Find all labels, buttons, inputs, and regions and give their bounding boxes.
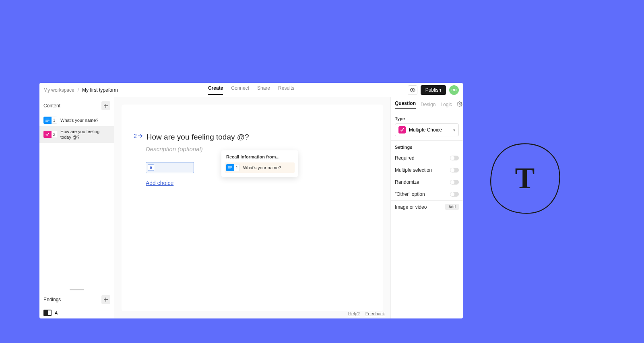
ending-item[interactable]: A (39, 307, 114, 318)
right-tab-design[interactable]: Design (421, 102, 436, 107)
recall-num: 1 (234, 164, 240, 171)
right-tabs: Question Design Logic (391, 97, 463, 112)
eye-icon (410, 87, 415, 93)
plus-icon (104, 298, 108, 302)
topbar: My workspace / My first typeform Create … (39, 83, 463, 97)
main-row: Content 1 What's your name? (39, 97, 463, 318)
ending-icon (43, 310, 52, 316)
settings-gear-button[interactable] (457, 101, 462, 108)
recall-text: What's your name? (243, 165, 281, 170)
gear-icon (457, 101, 462, 107)
question-badge: 1 (43, 117, 57, 124)
breadcrumb-workspace[interactable]: My workspace (43, 87, 74, 93)
question-badge: 2 (43, 131, 57, 138)
question-num: 2 (52, 131, 57, 138)
right-tab-question[interactable]: Question (395, 101, 416, 109)
logo-letter: T (515, 162, 535, 195)
question-list: 1 What's your name? 2 How are you feelin… (39, 114, 114, 143)
footer-links: Help? Feedback (348, 311, 385, 316)
arrow-right-icon (138, 134, 142, 138)
plus-icon (104, 104, 108, 108)
canvas: 2 How are you feeling today @? Descripti… (114, 97, 390, 318)
text-icon (228, 166, 233, 170)
breadcrumb: My workspace / My first typeform (43, 87, 118, 93)
tab-share[interactable]: Share (257, 85, 270, 95)
preview-button[interactable] (408, 85, 417, 95)
setting-required: Required (391, 152, 463, 164)
multiple-choice-icon (398, 126, 406, 134)
question-number-value: 2 (134, 133, 137, 139)
media-label: Image or video (395, 204, 427, 210)
question-text: How are you feeling today @? (60, 129, 110, 140)
type-value: Multiple Choice (409, 127, 442, 133)
setting-label-required: Required (395, 155, 415, 161)
recall-item[interactable]: 1 What's your name? (225, 162, 295, 173)
setting-label-randomize: Randomize (395, 179, 419, 185)
endings-title: Endings (43, 297, 61, 302)
check-icon (400, 128, 404, 132)
help-link[interactable]: Help? (348, 311, 360, 316)
question-number: 2 (134, 133, 142, 139)
settings-label: Settings (395, 145, 459, 150)
top-tabs: Create Connect Share Results (208, 85, 294, 95)
sidebar-right: Question Design Logic Type Multiple Choi… (390, 97, 463, 318)
setting-label-other: "Other" option (395, 191, 425, 197)
add-ending-button[interactable] (101, 295, 110, 304)
chevron-down-icon: ▾ (453, 128, 455, 132)
sidebar-question-1[interactable]: 1 What's your name? (39, 114, 114, 126)
setting-label-multiple: Multiple selection (395, 167, 432, 173)
setting-randomize: Randomize (391, 176, 463, 188)
recall-popup: Recall information from... 1 What's your… (221, 150, 298, 177)
question-text: What's your name? (60, 117, 98, 123)
add-choice-link[interactable]: Add choice (146, 180, 371, 186)
recall-popup-title: Recall information from... (225, 154, 295, 159)
endings-header: Endings (39, 292, 114, 307)
content-title: Content (43, 103, 60, 109)
content-header: Content (39, 97, 114, 114)
question-card: 2 How are you feeling today @? Descripti… (122, 105, 383, 311)
type-label: Type (395, 116, 459, 121)
choice-letter: A (148, 164, 154, 171)
feedback-link[interactable]: Feedback (365, 311, 385, 316)
add-content-button[interactable] (101, 101, 110, 110)
sidebar-question-2[interactable]: 2 How are you feeling today @? (39, 126, 114, 143)
avatar[interactable]: RH (449, 85, 459, 95)
right-tab-logic[interactable]: Logic (440, 102, 452, 107)
toggle-randomize[interactable] (450, 180, 459, 185)
tab-create[interactable]: Create (208, 85, 223, 95)
toggle-multiple[interactable] (450, 168, 459, 173)
add-media-button[interactable]: Add (445, 204, 459, 210)
check-icon (45, 132, 50, 136)
setting-other: "Other" option (391, 188, 463, 200)
ending-label: A (55, 310, 58, 315)
setting-multiple: Multiple selection (391, 164, 463, 176)
svg-point-1 (459, 103, 460, 105)
breadcrumb-separator: / (78, 87, 79, 93)
toggle-other[interactable] (450, 192, 459, 197)
publish-button[interactable]: Publish (421, 85, 446, 95)
svg-point-0 (412, 89, 413, 91)
drag-handle[interactable] (70, 289, 84, 290)
topbar-right: Publish RH (408, 85, 459, 95)
setting-media: Image or video Add (391, 201, 463, 213)
breadcrumb-current[interactable]: My first typeform (82, 87, 118, 93)
question-title[interactable]: How are you feeling today @? (147, 133, 249, 142)
text-icon (45, 118, 50, 122)
recall-badge: 1 (226, 164, 240, 171)
typeform-logo: T (487, 141, 563, 216)
sidebar-left: Content 1 What's your name? (39, 97, 114, 318)
toggle-required[interactable] (450, 156, 459, 160)
type-select[interactable]: Multiple Choice ▾ (395, 123, 459, 136)
tab-connect[interactable]: Connect (231, 85, 249, 95)
app-window: My workspace / My first typeform Create … (39, 83, 463, 318)
question-num: 1 (52, 117, 57, 124)
tab-results[interactable]: Results (278, 85, 294, 95)
choice-input-a[interactable]: A (146, 162, 194, 173)
